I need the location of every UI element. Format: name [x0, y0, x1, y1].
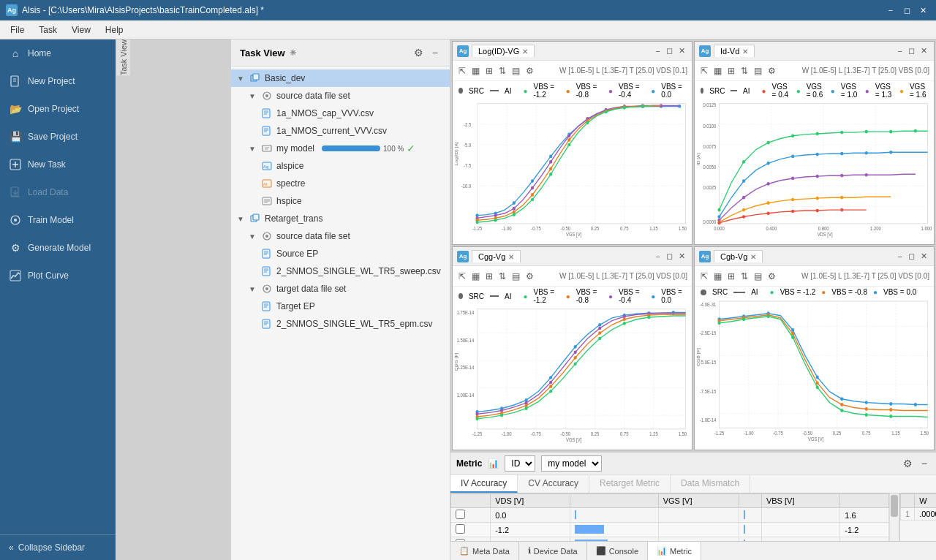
plot-window-cgb-vg: Ag Cgb-Vg ✕ − ◻ ✕ ⇱ ▦ ⊞ [694, 246, 935, 450]
tree-item-nmos-current[interactable]: 1a_NMOS_current_VVV.csv [231, 122, 450, 140]
zoom-icon[interactable]: ⇱ [699, 64, 709, 77]
table-scrollbar[interactable] [889, 493, 899, 541]
tree-item-retarget-trans[interactable]: ▼ Retarget_trans [231, 210, 450, 227]
grid-icon[interactable]: ⊞ [726, 64, 736, 77]
menu-view[interactable]: View [64, 23, 98, 37]
legend-vbs-n04-dot: ● [608, 292, 613, 300]
minimize-button[interactable]: − [883, 3, 898, 18]
tree-item-snmos-epm[interactable]: 2_SNMOS_SINGLE_WL_TR5_epm.csv [231, 315, 450, 333]
layout-icon[interactable]: ▤ [510, 270, 521, 283]
gear-icon[interactable]: ⚙ [524, 64, 535, 77]
bottom-minimize-button[interactable]: − [918, 456, 930, 471]
sidebar-item-generate-model[interactable]: ⚙ Generate Model [0, 234, 116, 262]
gear-icon[interactable]: ⚙ [524, 270, 535, 283]
table-icon[interactable]: ▦ [712, 270, 723, 283]
close-button[interactable]: ✕ [916, 3, 930, 18]
grid-icon[interactable]: ⊞ [484, 64, 494, 77]
plot-restore-button[interactable]: ◻ [664, 251, 675, 262]
tree-item-nmos-cap[interactable]: 1a_NMOS_cap_VVV.csv [231, 105, 450, 122]
tree-item-alspice[interactable]: Ag alspice [231, 157, 450, 175]
tree-item-hspice[interactable]: hspice [231, 192, 450, 210]
plot-tab-cgg-vg[interactable]: Cgg-Vg ✕ [472, 250, 521, 262]
plot-restore-button[interactable]: ◻ [664, 45, 675, 56]
tree-item-my-model[interactable]: ▼ my model 100 % ✓ [231, 140, 450, 157]
settings-icon[interactable]: ⇅ [497, 64, 507, 77]
plot-restore-button[interactable]: ◻ [906, 45, 917, 56]
task-panel-minimize-button[interactable]: − [429, 45, 441, 60]
settings-icon[interactable]: ⇅ [497, 270, 507, 283]
plot-minimize-button[interactable]: − [896, 45, 905, 56]
collapse-sidebar-button[interactable]: « Collapse Sidebar [0, 535, 116, 560]
row-checkbox-2[interactable] [456, 524, 465, 534]
plot-close-button[interactable]: ✕ [676, 45, 687, 56]
csv-icon [260, 317, 273, 330]
layout-icon[interactable]: ▤ [752, 64, 763, 77]
svg-text:-1.00: -1.00 [502, 431, 512, 436]
plot-minimize-button[interactable]: − [896, 251, 905, 262]
table-icon[interactable]: ▦ [712, 64, 723, 77]
plot-restore-button[interactable]: ◻ [906, 251, 917, 262]
plot-close-button[interactable]: ✕ [676, 251, 687, 262]
sidebar-item-open-project[interactable]: 📂 Open Project [0, 95, 116, 123]
settings-icon[interactable]: ⇅ [739, 270, 750, 283]
plot-controls-3: − ◻ ✕ [654, 251, 687, 262]
legend-vbs-n04-label: VBS = -0.4 [619, 288, 645, 304]
svg-text:0.0100: 0.0100 [703, 123, 716, 128]
table-icon[interactable]: ▦ [470, 270, 481, 283]
gear-icon[interactable]: ⚙ [766, 270, 777, 283]
tree-item-snmos-sweep[interactable]: 2_SNMOS_SINGLE_WL_TR5_sweep.csv [231, 262, 450, 280]
plot-tab-cgb-vg[interactable]: Cgb-Vg ✕ [714, 250, 763, 262]
menu-file[interactable]: File [3, 23, 31, 37]
plot-tab-close-icon[interactable]: ✕ [742, 48, 748, 56]
plot-close-button[interactable]: ✕ [918, 251, 929, 262]
restore-button[interactable]: ◻ [899, 3, 914, 18]
sidebar-item-new-project[interactable]: New Project [0, 67, 116, 95]
tree-item-source-data-file-set-2[interactable]: ▼ source data file set [231, 227, 450, 245]
footer-tab-meta-data[interactable]: 📋 Meta Data [450, 542, 519, 560]
title-bar-controls[interactable]: − ◻ ✕ [883, 3, 930, 18]
tab-iv-accuracy[interactable]: IV Accuracy [450, 475, 518, 493]
tree-item-spectre[interactable]: AI spectre [231, 175, 450, 192]
tree-item-source-data-file-set-1[interactable]: ▼ source data file set [231, 87, 450, 105]
table-icon[interactable]: ▦ [470, 64, 481, 77]
tab-cv-accuracy[interactable]: CV Accuracy [518, 475, 589, 493]
plot-close-button[interactable]: ✕ [918, 45, 929, 56]
layout-icon[interactable]: ▤ [510, 64, 521, 77]
footer-tab-metric[interactable]: 📊 Metric [648, 542, 701, 560]
sidebar-item-plot-curve[interactable]: Plot Curve [0, 262, 116, 290]
zoom-icon[interactable]: ⇱ [457, 270, 467, 283]
model-select[interactable]: my model [541, 455, 602, 472]
sidebar-item-home[interactable]: ⌂ Home [0, 39, 116, 67]
plot-tab-id-vd[interactable]: Id-Vd ✕ [714, 45, 755, 57]
grid-icon[interactable]: ⊞ [726, 270, 736, 283]
tree-item-target-data-file-set[interactable]: ▼ target data file set [231, 280, 450, 298]
sidebar-item-train-model[interactable]: Train Model [0, 206, 116, 234]
plot-minimize-button[interactable]: − [654, 251, 663, 262]
plot-tab-close-icon[interactable]: ✕ [508, 253, 514, 261]
grid-icon[interactable]: ⊞ [484, 270, 494, 283]
zoom-icon[interactable]: ⇱ [457, 64, 467, 77]
sidebar-item-save-project[interactable]: 💾 Save Project [0, 123, 116, 151]
menu-help[interactable]: Help [98, 23, 131, 37]
footer-tab-device-data[interactable]: ℹ Device Data [519, 542, 587, 560]
layout-icon[interactable]: ▤ [752, 270, 763, 283]
src-dot-icon [458, 293, 463, 299]
tree-item-source-ep[interactable]: Source EP [231, 245, 450, 262]
plot-tab-close-icon[interactable]: ✕ [750, 253, 756, 261]
tree-item-basic-dev[interactable]: ▼ Basic_dev [231, 69, 450, 87]
plot-tab-close-icon[interactable]: ✕ [522, 48, 528, 56]
zoom-icon[interactable]: ⇱ [699, 270, 709, 283]
tree-item-target-ep[interactable]: Target EP [231, 298, 450, 315]
settings-icon[interactable]: ⇅ [739, 64, 750, 77]
plot-minimize-button[interactable]: − [654, 45, 663, 56]
row-checkbox-1[interactable] [456, 510, 465, 519]
plot-tab-logid-vg[interactable]: Log(ID)-VG ✕ [472, 45, 535, 57]
svg-point-48 [265, 287, 268, 290]
gear-icon[interactable]: ⚙ [766, 64, 777, 77]
footer-tab-console[interactable]: ⬛ Console [587, 542, 648, 560]
sidebar-item-new-task[interactable]: New Task [0, 151, 116, 178]
bottom-gear-button[interactable]: ⚙ [900, 456, 916, 471]
id-select[interactable]: ID [505, 455, 535, 472]
task-panel-gear-button[interactable]: ⚙ [411, 45, 426, 60]
menu-task[interactable]: Task [31, 23, 64, 37]
